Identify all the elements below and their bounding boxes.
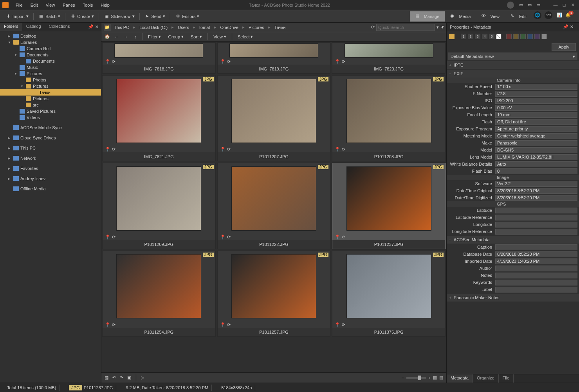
nav-home-icon[interactable]: 🏠 <box>104 33 111 40</box>
meta-value[interactable]: 8/20/2018 8:52:20 PM <box>495 188 577 194</box>
365-icon[interactable]: 365 <box>545 11 552 19</box>
menu-file[interactable]: File <box>12 1 27 9</box>
stats-icon[interactable]: 📊 <box>556 11 563 19</box>
group-dropdown[interactable]: Group▾ <box>166 33 186 40</box>
bc-pictures[interactable]: Pictures <box>246 24 267 31</box>
pin-icon[interactable]: 📌 <box>88 24 94 29</box>
send-button[interactable]: ➤Send▾ <box>142 13 168 20</box>
tab-view[interactable]: 👁View <box>476 11 505 22</box>
bc-current[interactable]: Тачки <box>272 24 288 31</box>
tree-item[interactable]: ▶Desktop <box>0 33 101 39</box>
minimize-button[interactable]: — <box>552 2 559 8</box>
tab-catalog[interactable]: Catalog <box>22 23 45 31</box>
meta-value[interactable]: Panasonic <box>495 140 577 146</box>
create-button[interactable]: ✚Create▾ <box>68 13 96 20</box>
tab-collections[interactable]: Collections <box>45 23 74 31</box>
zoom-out-icon[interactable]: − <box>401 376 404 380</box>
layout-3-icon[interactable]: ▭ <box>534 2 542 8</box>
rotate-left-icon[interactable]: ↶ <box>112 375 116 380</box>
tree-item[interactable]: ▼Documents <box>0 52 101 58</box>
viewmode-2-icon[interactable]: ▤ <box>439 375 443 380</box>
tab-edit[interactable]: ✎Edit <box>505 11 532 22</box>
rating-5[interactable]: 5 <box>489 34 494 39</box>
label-yellow[interactable] <box>513 34 519 39</box>
folder-tree[interactable]: ▶Desktop▼LibrariesCamera Roll▼DocumentsD… <box>0 31 101 383</box>
batch-button[interactable]: ▦Batch▾ <box>36 13 63 20</box>
meta-value[interactable] <box>495 222 577 228</box>
meta-value[interactable]: 19 mm <box>495 112 577 118</box>
slideshow-button[interactable]: ▣Slideshow▾ <box>101 13 137 20</box>
tree-item[interactable]: ▼Pictures <box>0 70 101 77</box>
thumbnail[interactable]: JPG📍⟳IMG_7821.JPG <box>102 75 216 161</box>
label-red[interactable] <box>506 34 512 39</box>
tag-checkbox[interactable] <box>449 34 455 39</box>
close-panel-icon[interactable]: ✕ <box>570 24 574 29</box>
meta-value[interactable]: 4/19/2023 1:40:20 PM <box>495 258 577 264</box>
meta-value[interactable] <box>495 215 577 220</box>
bc-disk[interactable]: Local Disk (C:) <box>137 24 170 31</box>
search-dropdown-icon[interactable]: ▾ <box>437 25 439 30</box>
thumbnail[interactable]: JPG📍⟳P1011207.JPG <box>217 75 331 161</box>
meta-value[interactable] <box>495 273 577 278</box>
metadata-view-select[interactable]: Default Metadata View▾ <box>448 52 577 60</box>
nav-fwd-icon[interactable]: → <box>123 33 130 40</box>
rating-2[interactable]: 2 <box>468 34 473 39</box>
maximize-button[interactable]: □ <box>560 2 568 8</box>
section-iptc[interactable]: +IPTC <box>447 61 579 69</box>
sort-dropdown[interactable]: Sort▾ <box>188 33 204 40</box>
tree-item[interactable]: Saved Pictures <box>0 108 101 114</box>
tree-item[interactable]: Videos <box>0 114 101 121</box>
tree-item[interactable]: ▶Network <box>0 155 101 161</box>
rating-1[interactable]: 1 <box>461 34 466 39</box>
nav-up-icon[interactable]: ↑ <box>132 33 139 40</box>
menu-help[interactable]: Help <box>97 1 114 9</box>
thumbnail[interactable]: 📍⟳IMG_7819.JPG <box>217 42 331 74</box>
tree-item[interactable]: ▶Favorites <box>0 165 101 172</box>
section-exif[interactable]: −EXIF <box>447 70 579 78</box>
thumbnail[interactable]: JPG📍⟳P1011257.JPG <box>217 251 331 337</box>
thumbnail[interactable]: JPG📍⟳P1011375.JPG <box>332 251 446 337</box>
tree-item[interactable]: ▼Libraries <box>0 39 101 45</box>
embed-icon[interactable]: ▧ <box>105 375 108 380</box>
tab-metadata[interactable]: Metadata <box>447 374 473 383</box>
thumbnail[interactable]: JPG📍⟳P1011254.JPG <box>102 251 216 337</box>
thumbnail[interactable]: JPG📍⟳P1011209.JPG <box>102 163 216 249</box>
tree-item[interactable]: Camera Roll <box>0 45 101 52</box>
search-input[interactable] <box>376 24 435 31</box>
label-blue[interactable] <box>527 34 533 39</box>
import-button[interactable]: ⬇Import▾ <box>3 13 31 20</box>
select-dropdown[interactable]: Select▾ <box>235 33 256 40</box>
tab-file[interactable]: File <box>499 374 514 383</box>
tree-item[interactable]: ▶This PC <box>0 145 101 151</box>
meta-value[interactable]: DC-GH5 <box>495 147 577 153</box>
meta-value[interactable]: ISO 200 <box>495 98 577 104</box>
meta-value[interactable]: Center weighted average <box>495 133 577 139</box>
thumbnail[interactable]: 📍⟳IMG_7818.JPG <box>102 42 216 74</box>
meta-value[interactable]: Aperture priority <box>495 126 577 132</box>
view-dropdown[interactable]: View▾ <box>211 33 229 40</box>
viewmode-1-icon[interactable]: ▦ <box>433 375 437 380</box>
meta-value[interactable]: f/2.8 <box>495 91 577 97</box>
meta-value[interactable]: Ver.2.2 <box>495 181 577 187</box>
thumbnail[interactable]: JPG📍⟳P1011222.JPG <box>217 163 331 249</box>
filter-dropdown[interactable]: Filter▾ <box>146 33 163 40</box>
meta-value[interactable] <box>495 208 577 213</box>
nav-back-icon[interactable]: ← <box>113 33 120 40</box>
refresh-icon[interactable]: ⟳ <box>371 25 375 30</box>
tree-item[interactable]: Photos <box>0 77 101 83</box>
pin-icon[interactable]: 📌 <box>563 24 568 29</box>
editors-button[interactable]: ✻Editors▾ <box>173 13 202 20</box>
thumbnail[interactable]: JPG📍⟳P1011208.JPG <box>332 75 446 161</box>
bc-users[interactable]: Users <box>175 24 191 31</box>
tab-organize[interactable]: Organize <box>473 374 499 383</box>
rating-clear[interactable] <box>496 34 501 39</box>
folder-up-icon[interactable]: 📁 <box>104 24 111 31</box>
tab-media[interactable]: ◉Media <box>445 11 476 22</box>
play-icon[interactable]: ▷ <box>141 375 144 380</box>
meta-value[interactable]: 8/20/2018 8:52:20 PM <box>495 251 577 257</box>
layout-1-icon[interactable]: ▭ <box>517 2 525 8</box>
apply-button[interactable]: Apply <box>552 43 576 51</box>
menu-view[interactable]: View <box>42 1 59 9</box>
tree-item[interactable]: ACDSee Mobile Sync <box>0 125 101 131</box>
rating-3[interactable]: 3 <box>475 34 480 39</box>
